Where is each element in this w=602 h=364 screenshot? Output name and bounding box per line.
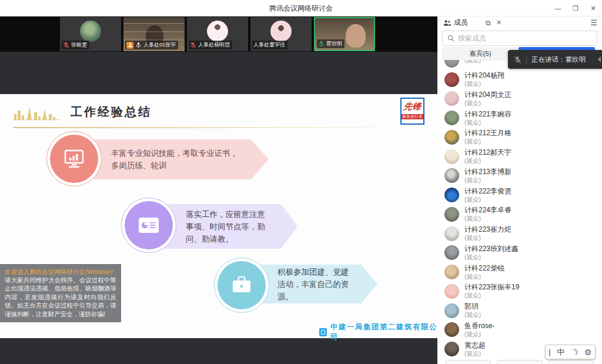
member-name: 计科224李卓睿 bbox=[464, 206, 511, 214]
window-controls: — ❐ ✕ bbox=[549, 0, 602, 16]
panel-close-icon[interactable]: ✕ bbox=[496, 19, 501, 26]
member-row[interactable]: 计科212郝天宇(观众) bbox=[437, 147, 602, 166]
member-row[interactable]: 计科222柴锐(观众) bbox=[437, 262, 602, 282]
member-role: (观众) bbox=[464, 350, 486, 358]
avatar bbox=[444, 342, 459, 356]
tab-guests[interactable]: 嘉宾(5) bbox=[442, 47, 519, 61]
member-name: 郭玥 bbox=[464, 302, 481, 310]
member-name: 计科223班刘述鑫 bbox=[464, 245, 519, 253]
meeting-main-area: 张晓雯 人事处01张宇 bbox=[0, 16, 437, 364]
close-button[interactable]: ✕ bbox=[584, 0, 602, 16]
member-row[interactable]: 计科223崔力炬(观众) bbox=[437, 224, 602, 243]
member-row[interactable]: 计科223班刘述鑫(观众) bbox=[437, 243, 602, 263]
avatar bbox=[444, 149, 459, 164]
point-text-1: 丰富专业知识技能，考取专业证书，多岗历练、轮训 bbox=[111, 147, 238, 172]
member-row[interactable]: 计科212王月格(观众) bbox=[437, 128, 602, 147]
member-row[interactable]: 鱼香rose-(观众) bbox=[437, 320, 602, 340]
member-role: (观众) bbox=[464, 292, 519, 299]
participant-name: 人事处董宇佳 bbox=[253, 41, 285, 49]
member-role: (观众) bbox=[464, 330, 494, 338]
video-tile-1[interactable]: 张晓雯 bbox=[60, 17, 121, 51]
member-name: 黄志超 bbox=[464, 341, 486, 349]
participant-name: 张晓雯 bbox=[71, 41, 87, 49]
video-thumbnail-strip: 张晓雯 人事处01张宇 bbox=[0, 16, 437, 52]
member-row[interactable]: 计科224李卓睿(观众) bbox=[437, 205, 602, 224]
member-row[interactable]: 计科204杨翔(观众) bbox=[437, 70, 602, 89]
webinar-notice: 欢迎进入腾讯会议网络研讨会(Webinar)! 请大家共同维护大会秩序。会议过程… bbox=[0, 264, 121, 322]
participant-name: 霍欣明 bbox=[326, 40, 342, 48]
member-role: (观众) bbox=[464, 253, 519, 261]
panel-menu-icon[interactable]: ☰ bbox=[590, 18, 597, 27]
video-tile-3[interactable]: 人事处杨明慧 bbox=[187, 17, 248, 51]
mic-muted-icon bbox=[190, 42, 196, 48]
avatar bbox=[444, 226, 459, 241]
toast-collapse-arrow-icon[interactable] bbox=[598, 56, 601, 62]
minimize-button[interactable]: — bbox=[549, 0, 567, 16]
briefcase-icon bbox=[232, 276, 252, 294]
member-role: (观众) bbox=[464, 119, 511, 126]
mic-muted-icon bbox=[63, 42, 69, 48]
member-name: 计科223张振丰19 bbox=[464, 283, 519, 291]
point-text-3: 积极参加团建、党建活动，丰富自己的资源。 bbox=[277, 266, 354, 303]
member-row[interactable]: 计科213李博新(观众) bbox=[437, 166, 602, 186]
webinar-notice-body: 请大家共同维护大会秩序。会议过程中禁止出现违法违规、低俗色情、吸烟酗酒等内容，若… bbox=[5, 276, 116, 318]
video-tile-4[interactable]: 人事处董宇佳 bbox=[250, 17, 312, 51]
monitor-chart-icon bbox=[63, 149, 85, 168]
speaking-toast-text: 正在讲话：霍欣明 bbox=[531, 55, 586, 64]
footer-button[interactable] bbox=[446, 360, 491, 364]
member-role: (观众) bbox=[464, 311, 481, 319]
window-title: 腾讯会议网络研讨会 bbox=[0, 0, 602, 16]
company-name: 中建一局集团第二建筑有限公司 bbox=[330, 322, 437, 342]
gear-icon[interactable]: ⚙ bbox=[584, 348, 592, 357]
members-panel: 成员 ⧉ ✕ ☰ 嘉宾(5) 正在讲话：霍欣明 bbox=[437, 16, 602, 364]
avatar bbox=[444, 303, 459, 318]
member-row[interactable]: 计科221李婉容(观众) bbox=[437, 108, 602, 128]
member-role: (观众) bbox=[464, 196, 511, 203]
mic-speaking-icon bbox=[318, 41, 325, 47]
moon-icon[interactable]: ☽ bbox=[569, 346, 580, 358]
avatar bbox=[80, 21, 101, 42]
avatar bbox=[444, 91, 459, 106]
window-titlebar: 腾讯会议网络研讨会 — ❐ ✕ bbox=[0, 0, 602, 16]
footer-button[interactable] bbox=[549, 360, 594, 364]
member-row[interactable]: 计科223张振丰19(观众) bbox=[437, 282, 602, 301]
member-role: (观众) bbox=[464, 176, 511, 184]
avatar bbox=[444, 72, 459, 87]
member-name: 计科223崔力炬 bbox=[464, 225, 511, 233]
video-tile-2[interactable]: 人事处01张宇 bbox=[123, 17, 185, 51]
tile-name-bar: 张晓雯 bbox=[62, 41, 89, 49]
toast-divider bbox=[526, 55, 527, 64]
video-tile-5-active-speaker[interactable]: 霍欣明 bbox=[314, 17, 375, 51]
shared-screen-slide: 工作经验总结 先锋 服务创行者 丰富专业知识技能，考取专业证书，多岗历练、轮训 bbox=[0, 94, 437, 338]
member-role: (观众) bbox=[464, 215, 511, 222]
member-name: 计科204周文正 bbox=[464, 91, 511, 99]
member-name: 计科213李博新 bbox=[464, 168, 511, 176]
tile-name-bar: 人事处01张宇 bbox=[125, 41, 178, 49]
badge-subtext: 服务创行者 bbox=[402, 114, 423, 119]
ime-lang-button[interactable]: 中 bbox=[557, 347, 564, 358]
avatar bbox=[444, 207, 459, 222]
member-row[interactable]: 计科222李俊贤(观众) bbox=[437, 185, 602, 205]
member-row[interactable]: 计科204周文正(观众) bbox=[437, 89, 602, 109]
speaking-toast: 正在讲话：霍欣明 bbox=[508, 50, 602, 69]
participant-name: 人事处杨明慧 bbox=[198, 41, 230, 49]
tile-name-bar: 人事处杨明慧 bbox=[189, 41, 232, 49]
footer-button[interactable] bbox=[497, 360, 542, 364]
restore-button[interactable]: ❐ bbox=[567, 0, 584, 16]
slide-title: 工作经验总结 bbox=[71, 102, 152, 121]
point-text-2: 落实工作，应留意注意事项、时间节点等，勤问、勤请教。 bbox=[186, 208, 270, 245]
ime-cursor-icon[interactable]: | bbox=[549, 348, 550, 356]
member-row[interactable]: 郭玥(观众) bbox=[437, 301, 602, 320]
avatar bbox=[207, 21, 228, 42]
member-search-box[interactable] bbox=[442, 31, 597, 46]
id-card-icon bbox=[139, 218, 159, 233]
avatar bbox=[444, 111, 459, 125]
popout-icon[interactable]: ⧉ bbox=[486, 19, 491, 27]
member-role: (观众) bbox=[464, 157, 511, 165]
skyline-icon bbox=[13, 102, 63, 121]
webinar-notice-title: 欢迎进入腾讯会议网络研讨会(Webinar)! bbox=[5, 268, 116, 276]
member-search-input[interactable] bbox=[458, 34, 592, 42]
members-icon bbox=[443, 19, 451, 26]
member-role: (观众) bbox=[464, 138, 511, 145]
member-role: (观众) bbox=[464, 60, 481, 64]
